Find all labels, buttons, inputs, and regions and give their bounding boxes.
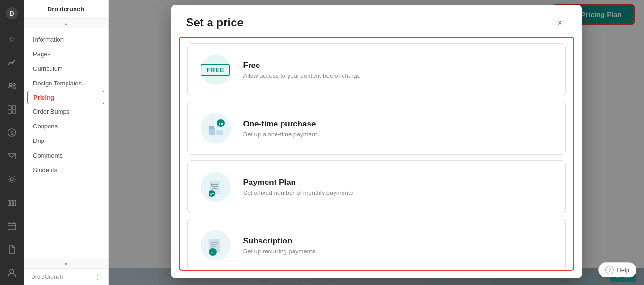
payment-plan-option-title: Payment Plan: [243, 178, 554, 187]
free-badge: FREE: [201, 64, 230, 76]
footer-user-name: DroidCrunch: [31, 274, 63, 280]
sidebar-item-coupons[interactable]: Coupons: [24, 119, 108, 134]
svg-text:1×: 1×: [218, 122, 223, 126]
payment-plan-option-icon: $ $ 2+: [199, 170, 232, 203]
layout-icon[interactable]: [4, 102, 19, 117]
free-option-text: Free Allow access to your content free o…: [243, 61, 554, 79]
svg-point-3: [13, 84, 16, 86]
sidebar-item-design-templates[interactable]: Design Templates: [24, 76, 108, 91]
calendar-icon[interactable]: [4, 218, 19, 234]
nav-sidebar-footer: DroidCrunch ⋮: [24, 268, 108, 285]
sidebar-item-students[interactable]: Students: [24, 163, 108, 177]
payment-plan-option-card[interactable]: $ $ 2+ Payment Plan Set a fixed number o…: [187, 160, 566, 213]
svg-text:∞: ∞: [211, 251, 214, 255]
svg-rect-14: [14, 200, 16, 206]
svg-rect-19: [216, 130, 223, 135]
nav-items: Information Pages Curriculum Design Temp…: [24, 28, 108, 259]
svg-point-2: [9, 83, 12, 86]
subscription-option-card[interactable]: ∞ Subscription Set up recurring payments: [187, 219, 566, 271]
one-time-option-icon: 1×: [199, 112, 232, 145]
dollar-icon[interactable]: $: [4, 125, 19, 140]
svg-rect-15: [8, 223, 16, 230]
free-option-desc: Allow access to your content free of cha…: [243, 72, 554, 79]
pricing-options-container: FREE Free Allow access to your content f…: [179, 37, 574, 271]
main-area: Add Pricing Plan Set a price × FREE: [109, 0, 644, 285]
subscription-option-title: Subscription: [243, 236, 554, 246]
users-icon[interactable]: [4, 78, 19, 93]
svg-text:$: $: [10, 131, 13, 136]
person-icon[interactable]: [4, 266, 19, 281]
svg-point-16: [10, 269, 14, 273]
svg-text:$: $: [211, 184, 212, 187]
footer-more-icon[interactable]: ⋮: [95, 274, 100, 280]
set-price-modal: Set a price × FREE Free Allow access to …: [171, 5, 582, 278]
modal-overlay: Set a price × FREE Free Allow access to …: [109, 0, 644, 285]
svg-rect-12: [8, 200, 10, 206]
subscription-option-desc: Set up recurring payments: [243, 248, 554, 255]
svg-rect-6: [8, 110, 11, 113]
gear-icon[interactable]: [4, 172, 19, 187]
subscription-option-text: Subscription Set up recurring payments: [243, 236, 554, 255]
svg-rect-7: [12, 110, 16, 113]
subscription-option-icon: ∞: [199, 229, 232, 262]
one-time-option-title: One-time purchase: [243, 119, 554, 129]
one-time-option-text: One-time purchase Set up a one-time paym…: [243, 119, 554, 138]
svg-text:2+: 2+: [210, 192, 214, 195]
sidebar-item-order-bumps[interactable]: Order Bumps: [24, 104, 108, 119]
svg-point-11: [10, 178, 13, 181]
icon-sidebar: D ☆ $: [0, 0, 24, 285]
modal-header: Set a price ×: [171, 5, 582, 37]
help-icon: ?: [605, 266, 614, 274]
mail-icon[interactable]: [4, 149, 19, 164]
one-time-option-card[interactable]: 1× One-time purchase Set up a one-time p…: [187, 102, 566, 155]
modal-title: Set a price: [186, 16, 243, 29]
svg-rect-4: [8, 106, 11, 109]
scroll-down-button[interactable]: ▼: [24, 259, 108, 268]
help-button[interactable]: ? Help: [598, 262, 636, 277]
svg-rect-18: [209, 126, 214, 129]
payment-plan-option-text: Payment Plan Set a fixed number of month…: [243, 178, 554, 196]
chart-icon[interactable]: [4, 55, 19, 70]
free-option-title: Free: [243, 61, 554, 70]
sidebar-item-drip[interactable]: Drip: [24, 134, 108, 148]
svg-rect-13: [11, 200, 13, 206]
one-time-option-desc: Set up a one-time payment: [243, 131, 554, 138]
help-label: Help: [617, 267, 629, 274]
scroll-up-button[interactable]: ▲: [24, 19, 108, 28]
library-icon[interactable]: [4, 195, 19, 210]
free-option-icon: FREE: [199, 53, 232, 86]
sidebar-item-comments[interactable]: Comments: [24, 148, 108, 163]
star-icon[interactable]: ☆: [4, 32, 19, 47]
file-icon[interactable]: [4, 242, 19, 257]
svg-rect-5: [12, 106, 16, 109]
app-logo: D: [4, 5, 19, 23]
sidebar-item-pricing[interactable]: Pricing: [27, 91, 104, 104]
sidebar-item-curriculum[interactable]: Curriculum: [24, 61, 108, 76]
payment-plan-option-desc: Set a fixed number of monthly payments: [243, 189, 554, 196]
free-option-card[interactable]: FREE Free Allow access to your content f…: [187, 43, 566, 96]
nav-sidebar: Droidcrunch ▲ Information Pages Curricul…: [24, 0, 109, 285]
nav-sidebar-header: Droidcrunch: [24, 0, 108, 19]
sidebar-item-pages[interactable]: Pages: [24, 47, 108, 61]
modal-close-button[interactable]: ×: [553, 16, 567, 29]
course-name: Droidcrunch: [48, 6, 84, 13]
svg-rect-17: [209, 128, 215, 135]
svg-text:D: D: [10, 10, 14, 17]
sidebar-item-information[interactable]: Information: [24, 32, 108, 47]
